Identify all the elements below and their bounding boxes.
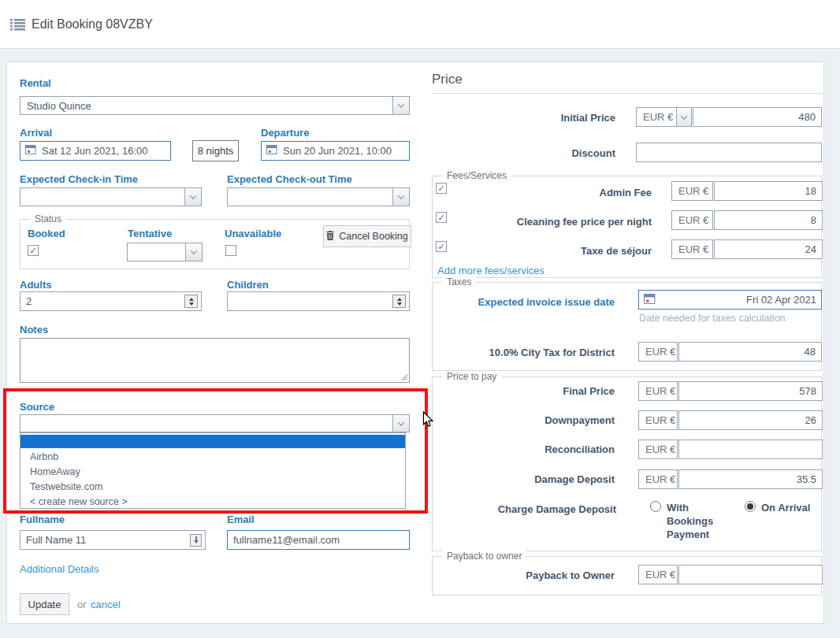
contact-picker-icon[interactable] [190, 534, 202, 547]
invoice-date-value: Fri 02 Apr 2021 [661, 294, 816, 306]
sejour-tax-checkbox[interactable] [436, 241, 447, 252]
rental-label: Rental [20, 77, 51, 89]
chevron-down-icon [392, 188, 409, 206]
admin-fee-checkbox[interactable] [436, 183, 447, 194]
unavailable-checkbox[interactable] [225, 245, 236, 256]
unavailable-label: Unavailable [225, 228, 281, 239]
adults-spinner[interactable] [184, 295, 198, 308]
cleaning-fee-currency: EUR € [671, 210, 713, 230]
payback-currency: EUR € [638, 565, 678, 584]
final-price-input[interactable] [679, 382, 822, 400]
invoice-date-input[interactable]: Fri 02 Apr 2021 [638, 290, 822, 310]
fees-legend: Fees/Services [442, 170, 511, 181]
cancel-link[interactable]: cancel [91, 599, 121, 610]
initial-price-field[interactable] [693, 107, 822, 127]
departure-date-input[interactable]: Sun 20 Jun 2021, 10:00 [261, 141, 410, 161]
tentative-select[interactable] [127, 243, 203, 262]
additional-details-link[interactable]: Additional Details [20, 563, 98, 575]
cleaning-fee-field: EUR € [671, 210, 823, 230]
cancel-booking-button[interactable]: Cancel Booking [323, 225, 411, 247]
fullname-input[interactable] [20, 531, 205, 549]
notes-label: Notes [20, 324, 48, 336]
price-to-pay-legend: Price to pay [442, 371, 501, 382]
page-title: Edit Booking 08VZBY [32, 17, 153, 32]
city-tax-input[interactable] [679, 343, 821, 361]
currency-select-value: EUR € [637, 111, 676, 123]
damage-deposit-input[interactable] [679, 470, 822, 488]
cancel-booking-label: Cancel Booking [339, 231, 408, 242]
reconciliation-currency: EUR € [638, 440, 678, 459]
spinner-down-icon[interactable] [397, 302, 402, 306]
or-text: or [77, 599, 87, 610]
reconciliation-field: EUR € [638, 440, 823, 459]
discount-field[interactable] [636, 143, 822, 162]
payback-fieldset: Payback to owner Payback to Owner EUR € [432, 556, 822, 595]
calendar-icon [644, 293, 656, 307]
reconciliation-input[interactable] [679, 440, 822, 458]
discount-input[interactable] [637, 143, 821, 161]
email-input[interactable] [228, 531, 409, 549]
currency-select[interactable]: EUR € [636, 107, 692, 127]
chevron-down-icon [392, 97, 409, 114]
update-button[interactable]: Update [20, 593, 69, 615]
cleaning-fee-input[interactable] [715, 211, 822, 229]
booked-label: Booked [28, 228, 65, 239]
admin-fee-currency: EUR € [671, 181, 713, 201]
resize-grip-icon[interactable] [400, 373, 407, 380]
charge-with-bookings-radio[interactable] [650, 501, 661, 512]
reconciliation-label: Reconciliation [456, 443, 615, 455]
arrival-date-input[interactable]: Sat 12 Jun 2021, 16:00 [20, 141, 171, 161]
payback-owner-input[interactable] [679, 566, 822, 584]
final-price-label: Final Price [456, 385, 615, 397]
checkout-time-select[interactable] [227, 187, 410, 206]
checkin-time-label: Expected Check-in Time [20, 173, 138, 185]
adults-input[interactable] [20, 292, 201, 310]
city-tax-currency: EUR € [638, 342, 678, 362]
downpayment-currency: EUR € [638, 410, 678, 430]
initial-price-input[interactable] [693, 108, 821, 126]
rental-select[interactable]: Studio Quince [20, 96, 410, 115]
sejour-tax-input[interactable] [715, 240, 822, 258]
downpayment-input[interactable] [679, 411, 822, 429]
children-spinner[interactable] [392, 295, 406, 308]
discount-label: Discount [432, 147, 615, 159]
cleaning-fee-checkbox[interactable] [436, 212, 447, 223]
sejour-tax-field: EUR € [671, 239, 823, 259]
city-tax-field: EUR € [638, 342, 822, 362]
adults-stepper[interactable] [20, 291, 202, 311]
notes-textarea[interactable] [20, 338, 410, 383]
damage-deposit-currency: EUR € [638, 469, 678, 489]
payback-owner-label: Payback to Owner [456, 569, 615, 581]
departure-date-value: Sun 20 Jun 2021, 10:00 [283, 145, 404, 157]
email-label: Email [227, 514, 255, 525]
invoice-date-hint: Date needed for taxes calculation [639, 313, 786, 324]
fullname-label: Fullname [20, 514, 65, 525]
charge-on-arrival-radio[interactable] [745, 501, 756, 512]
taxes-legend: Taxes [442, 276, 476, 287]
rental-select-value: Studio Quince [20, 100, 392, 112]
nights-badge: 8 nights [192, 140, 239, 161]
admin-fee-input[interactable] [715, 182, 822, 200]
arrival-date-value: Sat 12 Jun 2021, 16:00 [42, 145, 165, 157]
price-to-pay-fieldset: Price to pay Final Price EUR € Downpayme… [432, 376, 822, 551]
fullname-field[interactable] [20, 530, 206, 550]
spinner-down-icon[interactable] [189, 302, 194, 306]
spinner-up-icon[interactable] [397, 298, 402, 301]
calendar-icon [25, 144, 36, 158]
children-stepper[interactable] [227, 291, 410, 311]
downpayment-label: Downpayment [456, 414, 615, 426]
spinner-up-icon[interactable] [189, 298, 194, 301]
tentative-label: Tentative [128, 228, 172, 239]
booked-checkbox[interactable] [28, 245, 39, 256]
checkin-time-select[interactable] [20, 187, 202, 206]
email-field[interactable] [227, 530, 410, 550]
city-tax-label: 10.0% City Tax for District [433, 347, 615, 358]
chevron-down-icon [676, 108, 691, 126]
children-input[interactable] [228, 292, 409, 310]
charge-on-arrival-label: On Arrival [761, 502, 824, 514]
sejour-tax-label: Taxe de séjour [464, 245, 652, 257]
annotation-highlight-box [3, 388, 428, 514]
checkout-time-label: Expected Check-out Time [227, 173, 352, 185]
add-fees-link[interactable]: Add more fees/services [437, 265, 545, 276]
calendar-icon [266, 144, 277, 158]
